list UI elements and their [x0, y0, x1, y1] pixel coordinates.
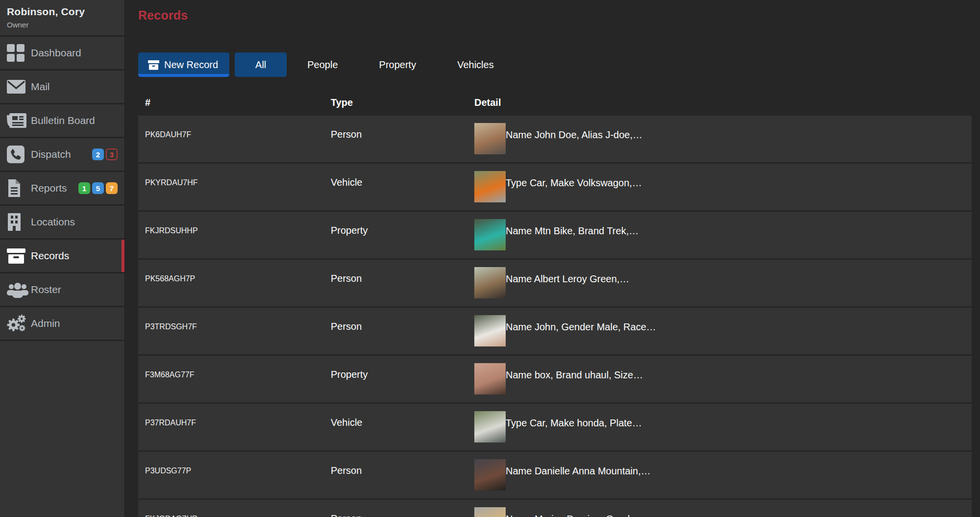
record-type: Property — [331, 356, 474, 402]
table-row[interactable]: F3M68AG77F Property Name box, Brand uhau… — [138, 356, 972, 402]
user-role: Owner — [7, 21, 118, 29]
dispatch-badge-active: 2 — [92, 148, 104, 160]
dashboard-icon — [7, 43, 28, 63]
record-photo — [474, 123, 506, 154]
record-photo — [474, 459, 506, 491]
sidebar-item-label: Roster — [31, 284, 61, 295]
record-id: PK568AGH7P — [138, 260, 331, 306]
record-detail: Name Mtn Bike, Brand Trek,… — [506, 212, 638, 237]
record-type: Vehicle — [331, 404, 474, 450]
sidebar-item-label: Records — [31, 250, 69, 262]
gears-icon — [7, 314, 28, 333]
sidebar-item-label: Bulletin Board — [31, 115, 95, 126]
record-type: Person — [331, 260, 474, 306]
record-id: P3UDSG77P — [138, 452, 331, 498]
sidebar-item-records[interactable]: Records — [0, 240, 124, 273]
new-record-label: New Record — [164, 59, 218, 71]
sidebar-item-label: Admin — [31, 318, 60, 329]
archive-box-icon — [7, 246, 28, 266]
record-id: F3M68AG77F — [138, 356, 331, 402]
record-type: Person — [331, 116, 474, 162]
mail-icon — [7, 77, 28, 97]
record-filters: All People Property Vehicles — [235, 52, 514, 77]
record-type: Person — [331, 308, 474, 354]
header-number: # — [138, 97, 331, 108]
record-detail: Name John Doe, Alias J-doe,… — [506, 116, 642, 141]
building-icon — [7, 212, 28, 232]
record-photo — [474, 411, 506, 443]
record-detail: Name Danielle Anna Mountain,… — [506, 452, 651, 477]
phone-icon — [7, 145, 28, 164]
reports-badge-orange: 7 — [106, 182, 118, 194]
table-row[interactable]: P37RDAUH7F Vehicle Type Car, Make honda,… — [138, 404, 972, 450]
people-icon — [7, 280, 28, 299]
table-row[interactable]: PK6DAUH7F Person Name John Doe, Alias J-… — [138, 116, 972, 162]
reports-badge-blue: 5 — [92, 182, 104, 194]
page-title: Records — [138, 8, 972, 23]
record-id: P37RDAUH7F — [138, 404, 331, 450]
record-detail: Type Car, Make Volkswagon,… — [506, 164, 642, 189]
user-name: Robinson, Cory — [7, 6, 118, 18]
record-type: Person — [331, 452, 474, 498]
record-id: FKJRDSUHHP — [138, 212, 331, 258]
table-row[interactable]: P3TRDSGH7F Person Name John, Gender Male… — [138, 308, 972, 354]
user-block[interactable]: Robinson, Cory Owner — [0, 0, 124, 37]
sidebar-item-mail[interactable]: Mail — [0, 71, 124, 104]
file-icon — [7, 178, 28, 198]
sidebar-item-admin[interactable]: Admin — [0, 307, 124, 341]
record-type: Property — [331, 212, 474, 258]
sidebar-item-reports[interactable]: Reports 1 5 7 — [0, 172, 124, 206]
sidebar-item-label: Reports — [31, 182, 67, 194]
filter-tab-property[interactable]: Property — [359, 52, 437, 77]
sidebar-item-label: Locations — [31, 216, 75, 228]
record-detail: Name Albert Leroy Green,… — [506, 260, 629, 285]
filter-tab-vehicles[interactable]: Vehicles — [437, 52, 514, 77]
record-photo — [474, 171, 506, 202]
record-photo — [474, 267, 506, 298]
record-detail: Name Mariya Demina, Gender… — [506, 500, 648, 517]
sidebar-item-roster[interactable]: Roster — [0, 273, 124, 307]
sidebar-item-label: Mail — [31, 81, 50, 93]
record-photo — [474, 363, 506, 394]
new-record-button[interactable]: New Record — [138, 52, 229, 77]
reports-badges: 1 5 7 — [78, 182, 118, 194]
record-id: PK6DAUH7F — [138, 116, 331, 162]
header-detail: Detail — [474, 97, 972, 108]
newspaper-icon — [7, 111, 28, 130]
reports-badge-green: 1 — [78, 182, 90, 194]
record-type: Person — [331, 500, 474, 517]
table-row[interactable]: PKYRDAU7HF Vehicle Type Car, Make Volksw… — [138, 164, 972, 210]
archive-box-icon — [148, 60, 159, 70]
record-id: P3TRDSGH7F — [138, 308, 331, 354]
sidebar-item-label: Dashboard — [31, 47, 81, 59]
table-header: # Type Detail — [138, 91, 972, 114]
dispatch-badges: 2 3 — [92, 148, 118, 160]
record-detail: Name box, Brand uhaul, Size… — [506, 356, 643, 381]
records-table: # Type Detail PK6DAUH7F Person Name John… — [138, 91, 972, 517]
record-type: Vehicle — [331, 164, 474, 210]
record-detail: Name John, Gender Male, Race… — [506, 308, 656, 333]
record-photo — [474, 219, 506, 250]
sidebar-item-dispatch[interactable]: Dispatch 2 3 — [0, 138, 124, 172]
sidebar: Robinson, Cory Owner Dashboard Mail — [0, 0, 125, 517]
sidebar-item-bulletin-board[interactable]: Bulletin Board — [0, 104, 124, 138]
record-detail: Type Car, Make honda, Plate… — [506, 404, 642, 429]
sidebar-item-label: Dispatch — [31, 148, 71, 160]
sidebar-item-dashboard[interactable]: Dashboard — [0, 37, 124, 71]
toolbar: New Record All People Property Vehicles — [138, 52, 972, 77]
filter-tab-people[interactable]: People — [287, 52, 358, 77]
main-content: Records New Record All People Property V… — [125, 0, 980, 517]
dispatch-badge-pending: 3 — [106, 148, 118, 160]
sidebar-item-locations[interactable]: Locations — [0, 206, 124, 240]
record-photo — [474, 507, 506, 517]
filter-tab-all[interactable]: All — [235, 52, 287, 77]
table-row[interactable]: FKJRDSUHHP Property Name Mtn Bike, Brand… — [138, 212, 972, 258]
table-row[interactable]: P3UDSG77P Person Name Danielle Anna Moun… — [138, 452, 972, 498]
record-id: PKYRDAU7HF — [138, 164, 331, 210]
table-row[interactable]: FKJGDAG7HP Person Name Mariya Demina, Ge… — [138, 500, 972, 517]
header-type: Type — [331, 97, 474, 108]
table-row[interactable]: PK568AGH7P Person Name Albert Leroy Gree… — [138, 260, 972, 306]
record-photo — [474, 315, 506, 346]
record-id: FKJGDAG7HP — [138, 500, 331, 517]
